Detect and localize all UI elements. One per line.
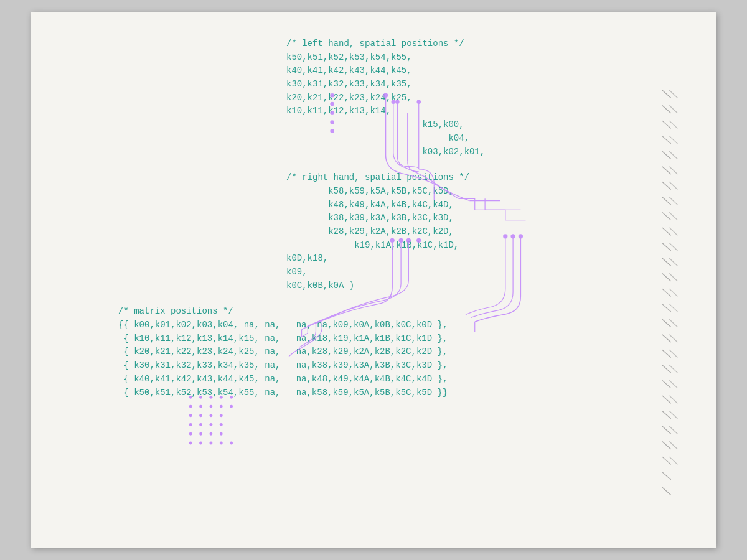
svg-point-40	[209, 442, 212, 445]
right-hand-extra-1: k09,	[286, 266, 679, 279]
left-hand-extra-2: k03,k02,k01,	[286, 146, 679, 159]
right-hand-row-2: k38,k39,k3A,k3B,k3C,k3D,	[286, 212, 679, 225]
matrix-row-0: {{ k00,k01,k02,k03,k04, na, na, na, na,k…	[118, 319, 679, 332]
matrix-row-2: { k20,k21,k22,k23,k24,k25, na, na,k28,k2…	[118, 345, 679, 359]
page: /* left hand, spatial positions */ k50,k…	[31, 12, 716, 548]
svg-point-22	[199, 405, 202, 408]
svg-point-34	[189, 432, 192, 436]
left-hand-row-0: k50,k51,k52,k53,k54,k55,	[286, 51, 679, 65]
right-hand-row-1: k48,k49,k4A,k4B,k4C,k4D,	[286, 198, 679, 212]
page-content: /* left hand, spatial positions */ k50,k…	[118, 37, 679, 535]
svg-line-69	[662, 487, 671, 495]
right-hand-comment: /* right hand, spatial positions */	[286, 171, 679, 185]
svg-point-24	[220, 405, 223, 408]
svg-point-23	[209, 405, 212, 408]
right-hand-extra-0: k0D,k18,	[286, 252, 679, 266]
right-hand-row-3: k28,k29,k2A,k2B,k2C,k2D,	[286, 225, 679, 239]
matrix-row-1: { k10,k11,k12,k13,k14,k15, na, na,k18,k1…	[118, 332, 679, 346]
svg-point-32	[209, 423, 212, 426]
svg-point-27	[199, 414, 202, 417]
svg-point-35	[199, 432, 202, 436]
svg-point-42	[230, 442, 233, 445]
matrix-row-5: { k50,k51,k52,k53,k54,k55, na, na,k58,k5…	[118, 386, 679, 400]
svg-line-66	[662, 442, 671, 449]
right-hand-row-0: k58,k59,k5A,k5B,k5C,k5D,	[286, 185, 679, 198]
svg-point-25	[230, 405, 233, 408]
right-hand-section: /* right hand, spatial positions */ k58,…	[286, 171, 679, 292]
svg-line-65	[662, 426, 671, 434]
svg-point-37	[220, 432, 223, 436]
left-hand-row-3: k20,k21,k22,k23,k24,k25,	[286, 91, 679, 105]
svg-point-38	[189, 442, 192, 445]
svg-point-33	[220, 423, 223, 426]
matrix-row-3: { k30,k31,k32,k33,k34,k35, na, na,k38,k3…	[118, 359, 679, 373]
svg-line-91	[669, 411, 677, 418]
matrix-row-4: { k40,k41,k42,k43,k44,k45, na, na,k48,k4…	[118, 373, 679, 386]
svg-point-36	[209, 432, 212, 436]
right-hand-row-4: k19,k1A,k1B,k1C,k1D,	[286, 239, 679, 253]
svg-point-30	[189, 423, 192, 426]
right-hand-extra-2: k0C,k0B,k0A )	[286, 279, 679, 293]
svg-line-92	[669, 426, 677, 434]
left-hand-extra-0: k15,k00,	[286, 118, 679, 132]
svg-point-28	[209, 414, 212, 417]
matrix-section: /* matrix positions */ {{ k00,k01,k02,k0…	[118, 305, 679, 399]
svg-point-39	[199, 442, 202, 445]
left-hand-row-4: k10,k11,k12,k13,k14,	[286, 105, 679, 118]
svg-line-68	[662, 472, 671, 480]
left-hand-extra-1: k04,	[286, 132, 679, 146]
svg-line-67	[662, 457, 671, 464]
svg-point-21	[189, 405, 192, 408]
matrix-comment: /* matrix positions */	[118, 305, 679, 319]
svg-line-93	[669, 442, 677, 449]
left-hand-section: /* left hand, spatial positions */ k50,k…	[286, 37, 679, 159]
svg-line-94	[669, 457, 677, 464]
svg-point-29	[220, 414, 223, 417]
svg-point-41	[220, 442, 223, 445]
svg-line-64	[662, 411, 671, 418]
left-hand-comment: /* left hand, spatial positions */	[286, 37, 679, 51]
svg-point-26	[189, 414, 192, 417]
left-hand-row-1: k40,k41,k42,k43,k44,k45,	[286, 64, 679, 78]
svg-point-31	[199, 423, 202, 426]
left-hand-row-2: k30,k31,k32,k33,k34,k35,	[286, 78, 679, 91]
